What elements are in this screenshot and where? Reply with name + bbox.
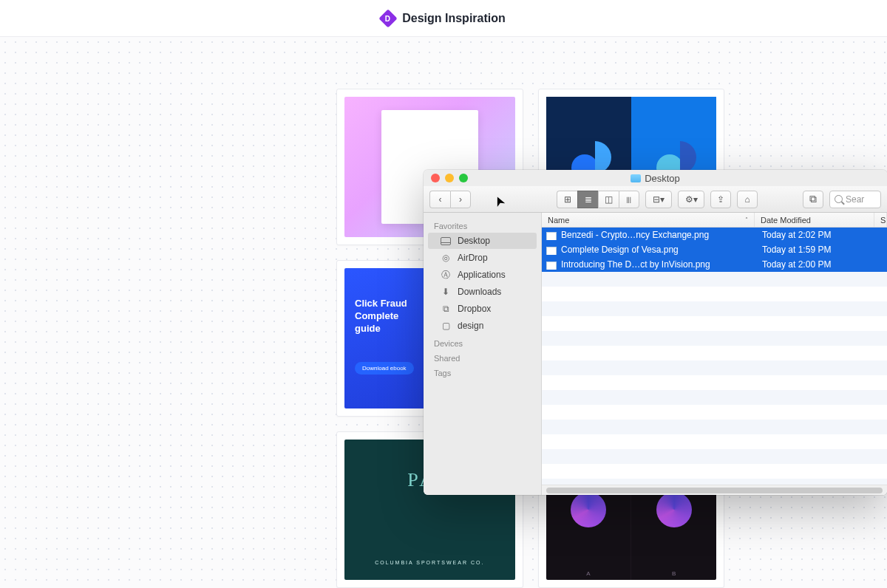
forward-button[interactable]: ›	[450, 191, 471, 208]
chevron-left-icon: ‹	[439, 195, 442, 204]
window-controls	[431, 174, 468, 182]
chevron-right-icon: ›	[459, 195, 462, 204]
window-title: Desktop	[631, 173, 680, 184]
sidebar-section-devices: Devices	[424, 335, 541, 349]
empty-row	[542, 479, 887, 485]
sort-indicator-icon: ˄	[745, 216, 748, 223]
search-placeholder: Sear	[846, 194, 864, 205]
sidebar-item-airdrop[interactable]: ◎AirDrop	[428, 250, 537, 266]
back-button[interactable]: ‹	[429, 191, 450, 208]
file-row[interactable]: Introducing The D…ct by InVision.pngToda…	[542, 257, 887, 272]
empty-row	[542, 287, 887, 301]
empty-row	[542, 316, 887, 331]
card-cta: Download ebook	[355, 362, 414, 375]
sidebar-item-label: design	[458, 321, 483, 331]
tags-button[interactable]: ⌂	[737, 191, 758, 208]
empty-row	[542, 360, 887, 375]
dropbox-button[interactable]: ⧉	[803, 191, 823, 208]
empty-row	[542, 346, 887, 360]
desktop-icon	[440, 236, 452, 246]
gallery-icon: ⫼	[625, 195, 633, 204]
nav-buttons: ‹ ›	[429, 191, 471, 208]
finder-window[interactable]: Desktop ‹ › ⊞ ≣ ◫ ⫼ ⊟▾ ⚙▾ ⇪ ⌂ ⧉ Sear Fav…	[424, 170, 887, 495]
column-headers: Name˄ Date Modified S	[542, 213, 887, 228]
empty-row	[542, 464, 887, 479]
sidebar-item-desktop[interactable]: Desktop	[428, 233, 537, 249]
variant-label: B	[672, 570, 676, 577]
logo-letter: D	[386, 14, 391, 22]
sidebar-item-label: AirDrop	[458, 253, 488, 263]
zoom-button[interactable]	[459, 174, 468, 182]
folder-icon: ▢	[440, 321, 452, 331]
view-buttons: ⊞ ≣ ◫ ⫼	[557, 191, 639, 208]
finder-toolbar: ‹ › ⊞ ≣ ◫ ⫼ ⊟▾ ⚙▾ ⇪ ⌂ ⧉ Sear	[424, 186, 887, 213]
gear-icon: ⚙▾	[685, 195, 698, 204]
sidebar-item-label: Applications	[458, 270, 506, 280]
view-icons-button[interactable]: ⊞	[557, 191, 577, 208]
minimize-button[interactable]	[445, 174, 454, 182]
close-button[interactable]	[431, 174, 440, 182]
file-row[interactable]: Complete Design of Vesa.pngToday at 1:59…	[542, 242, 887, 257]
view-columns-button[interactable]: ◫	[598, 191, 619, 208]
sidebar-item-label: Desktop	[458, 236, 490, 246]
card-brand: COLUMBIA SPORTSWEAR CO.	[344, 560, 515, 565]
empty-row	[542, 405, 887, 420]
empty-row	[542, 272, 887, 287]
top-bar: D Design Inspiration	[0, 0, 887, 37]
folder-icon	[631, 174, 641, 182]
tag-icon: ⌂	[744, 195, 750, 204]
empty-row	[542, 434, 887, 449]
finder-sidebar: Favorites Desktop◎AirDropⒶApplications⬇D…	[424, 213, 542, 495]
variant-label: A	[586, 570, 590, 577]
sidebar-item-label: Dropbox	[458, 304, 491, 314]
sidebar-item-label: Downloads	[458, 287, 501, 297]
list-icon: ≣	[585, 195, 592, 204]
finder-titlebar[interactable]: Desktop	[424, 170, 887, 186]
dropbox-icon: ⧉	[440, 304, 452, 314]
empty-row	[542, 449, 887, 464]
sidebar-section-shared: Shared	[424, 349, 541, 364]
dropbox-icon: ⧉	[809, 193, 817, 205]
column-size[interactable]: S	[874, 213, 887, 227]
view-gallery-button[interactable]: ⫼	[619, 191, 639, 208]
empty-row	[542, 375, 887, 390]
image-file-icon	[546, 232, 557, 240]
finder-content: Name˄ Date Modified S Benzedi - Crypto…n…	[542, 213, 887, 495]
horizontal-scrollbar[interactable]	[542, 485, 887, 495]
image-file-icon	[546, 247, 557, 255]
empty-row	[542, 390, 887, 405]
group-button[interactable]: ⊟▾	[645, 191, 672, 208]
page-title: Design Inspiration	[402, 12, 506, 25]
search-input[interactable]: Sear	[829, 191, 881, 208]
column-name[interactable]: Name˄	[542, 213, 755, 227]
sidebar-section-tags: Tags	[424, 364, 541, 379]
card-heading: Click Fraud Complete guide	[355, 298, 407, 335]
file-row[interactable]: Benzedi - Crypto…ncy Exchange.pngToday a…	[542, 228, 887, 242]
airdrop-icon: ◎	[440, 253, 452, 263]
columns-icon: ◫	[605, 195, 613, 204]
empty-row	[542, 301, 887, 316]
column-date[interactable]: Date Modified	[755, 213, 874, 227]
sidebar-section-favorites: Favorites	[424, 217, 541, 232]
empty-row	[542, 420, 887, 434]
empty-row	[542, 331, 887, 346]
downloads-icon: ⬇	[440, 287, 452, 297]
app-logo-icon: D	[378, 9, 397, 27]
sidebar-item-applications[interactable]: ⒶApplications	[428, 267, 537, 283]
share-icon: ⇪	[717, 195, 724, 204]
group-icon: ⊟▾	[653, 195, 665, 204]
view-list-button[interactable]: ≣	[577, 191, 598, 208]
sidebar-item-dropbox[interactable]: ⧉Dropbox	[428, 301, 537, 317]
apps-icon: Ⓐ	[440, 270, 452, 280]
share-button[interactable]: ⇪	[710, 191, 731, 208]
search-icon	[835, 195, 843, 203]
image-file-icon	[546, 261, 557, 270]
action-button[interactable]: ⚙▾	[678, 191, 704, 208]
sidebar-item-design[interactable]: ▢design	[428, 318, 537, 334]
file-list[interactable]: Benzedi - Crypto…ncy Exchange.pngToday a…	[542, 228, 887, 485]
sidebar-item-downloads[interactable]: ⬇Downloads	[428, 284, 537, 300]
grid-icon: ⊞	[564, 195, 571, 204]
